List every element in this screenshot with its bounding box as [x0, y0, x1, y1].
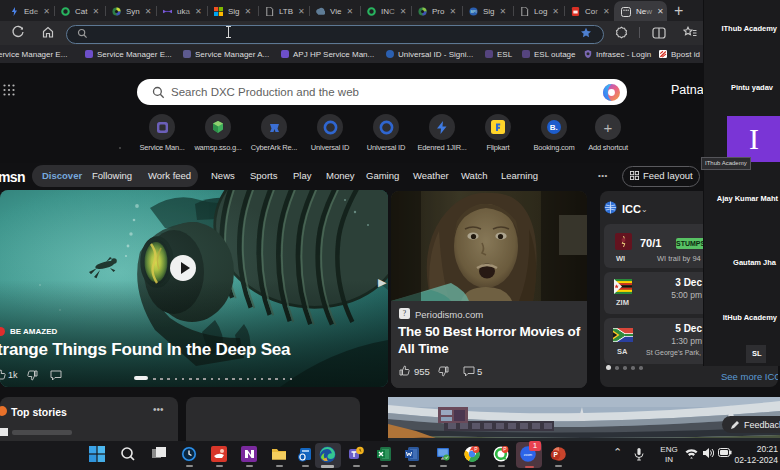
svg-text:zoom: zoom	[524, 453, 532, 457]
svg-text:P: P	[553, 451, 558, 458]
svg-text:B.: B.	[550, 123, 558, 132]
svg-text:BPI: BPI	[471, 10, 477, 14]
